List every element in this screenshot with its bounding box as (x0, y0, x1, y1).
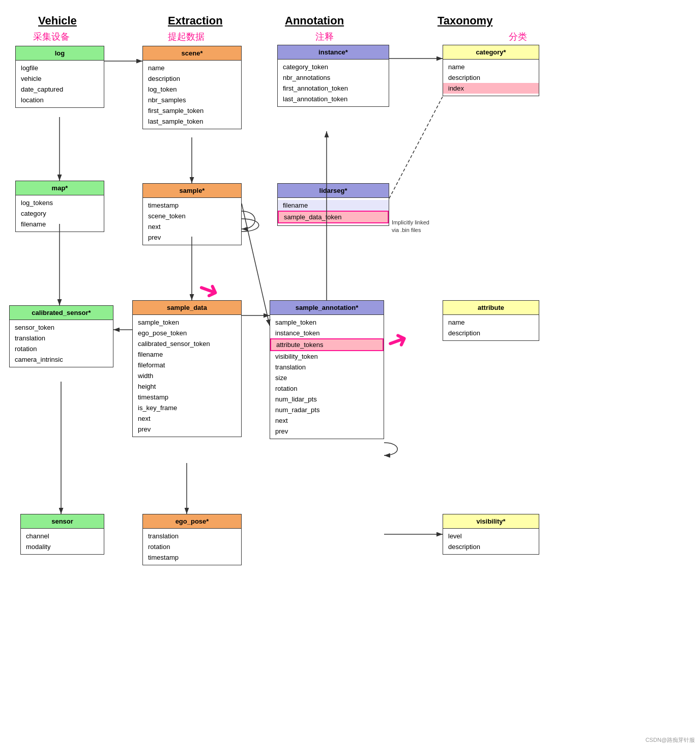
log-field-location: location (21, 95, 99, 105)
map-field-log: log_tokens (21, 197, 99, 208)
taxonomy-sublabel: 分类 (509, 31, 527, 43)
vis-field-level: level (448, 531, 534, 541)
sensor-field-modality: modality (26, 541, 99, 552)
visibility-entity: visibility* level description (443, 514, 539, 555)
category-entity: category* name description index (443, 45, 539, 96)
sa-field-instance: instance_token (275, 328, 378, 338)
cat-field-index: index (443, 83, 539, 94)
sensor-entity: sensor channel modality (20, 514, 104, 555)
attribute-body: name description (443, 315, 539, 340)
cs-field-rotation: rotation (15, 343, 108, 354)
extraction-label: Extraction (168, 14, 223, 27)
calibrated-sensor-body: sensor_token translation rotation camera… (10, 320, 113, 367)
instance-body: category_token nbr_annotations first_ann… (278, 60, 389, 106)
calibrated-sensor-entity: calibrated_sensor* sensor_token translat… (9, 305, 113, 367)
sample-data-entity: sample_data sample_token ego_pose_token … (132, 300, 242, 437)
sample-data-header: sample_data (133, 301, 241, 315)
sample-field-scene: scene_token (148, 211, 236, 221)
visibility-body: level description (443, 529, 539, 554)
cat-field-desc: description (448, 72, 534, 83)
vehicle-sublabel: 采集设备 (33, 31, 70, 43)
log-header: log (16, 46, 104, 61)
map-field-file: filename (21, 219, 99, 229)
sd-field-width: width (138, 370, 236, 381)
sa-field-vis: visibility_token (275, 351, 378, 362)
scene-field-log: log_token (148, 84, 236, 95)
ep-field-rotation: rotation (148, 541, 236, 552)
taxonomy-label: Taxonomy (438, 14, 492, 27)
sensor-body: channel modality (21, 529, 104, 554)
sd-field-height: height (138, 381, 236, 392)
sample-field-next: next (148, 221, 236, 232)
scene-field-nbr: nbr_samples (148, 95, 236, 105)
attr-field-desc: description (448, 328, 534, 338)
scene-header: scene* (143, 46, 241, 61)
category-header: category* (443, 45, 539, 60)
sample-body: timestamp scene_token next prev (143, 198, 241, 245)
sa-field-prev: prev (275, 426, 378, 437)
sa-field-rotation: rotation (275, 383, 378, 394)
attr-field-name: name (448, 317, 534, 328)
scene-field-desc: description (148, 73, 236, 84)
sd-field-ego: ego_pose_token (138, 328, 236, 338)
cs-field-sensor: sensor_token (15, 322, 108, 333)
sa-field-attr: attribute_tokens (270, 338, 384, 351)
ep-field-translation: translation (148, 531, 236, 541)
category-body: name description index (443, 60, 539, 96)
sample-data-body: sample_token ego_pose_token calibrated_s… (133, 315, 241, 437)
sample-annotation-entity: sample_annotation* sample_token instance… (270, 300, 384, 439)
ep-field-ts: timestamp (148, 552, 236, 563)
sd-field-cal: calibrated_sensor_token (138, 338, 236, 349)
sample-header: sample* (143, 184, 241, 198)
instance-entity: instance* category_token nbr_annotations… (277, 45, 389, 107)
log-field-date: date_captured (21, 84, 99, 95)
sd-field-ts: timestamp (138, 392, 236, 402)
sensor-header: sensor (21, 514, 104, 529)
ego-pose-body: translation rotation timestamp (143, 529, 241, 565)
sa-field-lidar: num_lidar_pts (275, 394, 378, 405)
sa-field-translation: translation (275, 362, 378, 372)
ego-pose-header: ego_pose* (143, 514, 241, 529)
sa-field-radar: num_radar_pts (275, 405, 378, 415)
log-field-logfile: logfile (21, 63, 99, 73)
sd-field-sample: sample_token (138, 317, 236, 328)
lidarseg-header: lidarseg* (278, 184, 389, 198)
extraction-sublabel: 提起数据 (168, 31, 205, 43)
svg-line-12 (242, 204, 270, 326)
attribute-entity: attribute name description (443, 300, 539, 341)
sensor-field-channel: channel (26, 531, 99, 541)
scene-entity: scene* name description log_token nbr_sa… (142, 46, 242, 129)
scene-body: name description log_token nbr_samples f… (143, 61, 241, 129)
watermark: CSDN@路痴芽针服 (646, 736, 695, 744)
vis-field-desc: description (448, 541, 534, 552)
pink-arrow-2: ➜ (382, 323, 412, 358)
log-body: logfile vehicle date_captured location (16, 61, 104, 107)
sd-field-filename: filename (138, 349, 236, 360)
ego-pose-entity: ego_pose* translation rotation timestamp (142, 514, 242, 565)
sample-field-prev: prev (148, 232, 236, 243)
lidarseg-field-filename: filename (278, 200, 389, 211)
vehicle-label: Vehicle (38, 14, 77, 27)
sd-field-next: next (138, 413, 236, 424)
sa-field-sample: sample_token (275, 317, 378, 328)
lidarseg-field-sdt: sample_data_token (278, 211, 389, 223)
annotation-label: Annotation (285, 14, 344, 27)
sample-annotation-header: sample_annotation* (270, 301, 384, 315)
sa-field-size: size (275, 372, 378, 383)
sample-field-ts: timestamp (148, 200, 236, 211)
diagram-container: { "sections": { "vehicle": { "label": "V… (0, 0, 700, 749)
attribute-header: attribute (443, 301, 539, 315)
map-body: log_tokens category filename (16, 195, 104, 232)
cs-field-translation: translation (15, 333, 108, 343)
map-header: map* (16, 181, 104, 195)
map-entity: map* log_tokens category filename (15, 181, 104, 232)
sd-field-keyframe: is_key_frame (138, 402, 236, 413)
calibrated-sensor-header: calibrated_sensor* (10, 306, 113, 320)
log-field-vehicle: vehicle (21, 73, 99, 84)
sa-field-next: next (275, 415, 378, 426)
implicitly-linked-label: Implicitly linkedvia .bin files (392, 219, 448, 235)
visibility-header: visibility* (443, 514, 539, 529)
scene-field-first: first_sample_token (148, 105, 236, 116)
svg-line-15 (389, 97, 443, 198)
inst-field-nbr: nbr_annotations (283, 72, 384, 83)
